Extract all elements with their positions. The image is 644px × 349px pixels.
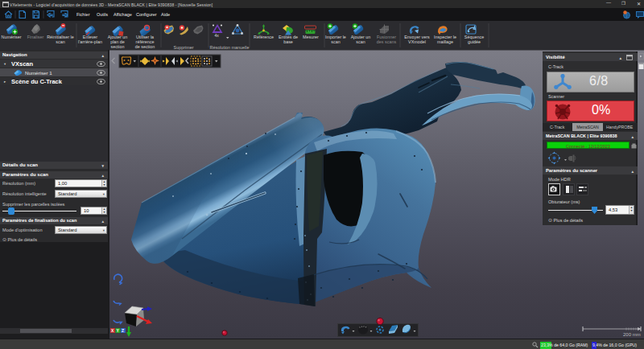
svg-text:200 mm: 200 mm [623,332,641,337]
svg-text:Z: Z [122,328,124,333]
svg-text:4x: 4x [215,33,220,38]
